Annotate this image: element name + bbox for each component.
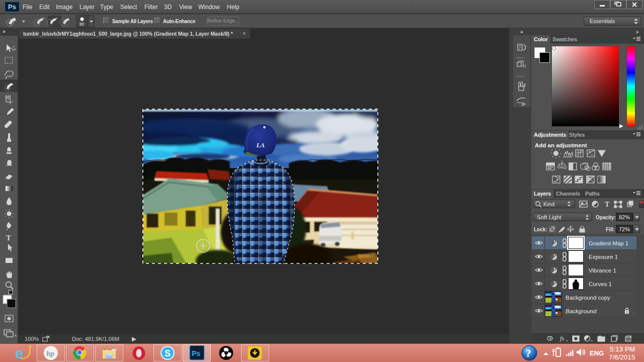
svg-text:Kind: Kind [543, 201, 554, 207]
svg-text:?: ? [526, 347, 531, 359]
svg-text:T: T [6, 234, 11, 242]
svg-text:+: + [55, 16, 58, 21]
svg-text:LA: LA [256, 141, 265, 149]
svg-text:«: « [520, 29, 523, 35]
svg-text:T: T [605, 201, 610, 208]
svg-text:hp: hp [46, 349, 54, 357]
svg-text:»: » [636, 29, 639, 35]
svg-text:S: S [165, 348, 171, 358]
svg-text:Ps: Ps [192, 349, 200, 357]
svg-text:+: + [42, 16, 45, 21]
svg-text:30: 30 [79, 22, 84, 27]
svg-text:fx: fx [560, 335, 565, 342]
